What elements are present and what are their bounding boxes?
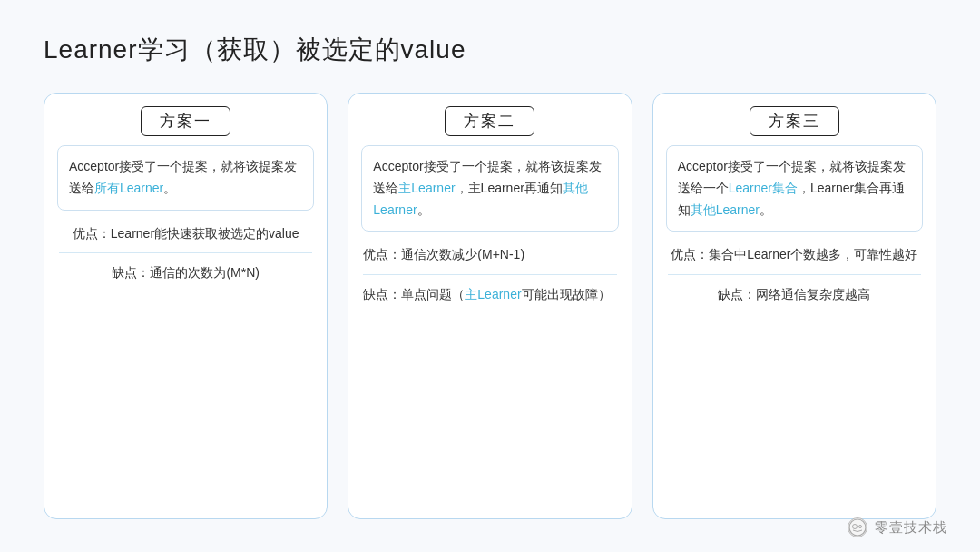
card-1: 方案一 Acceptor接受了一个提案，就将该提案发送给所有Learner。 优…: [44, 93, 328, 519]
card-3-desc-highlight1: Learner集合: [729, 181, 798, 195]
footer: 零壹技术栈: [848, 518, 947, 537]
card-1-header: 方案一: [44, 94, 327, 145]
card-3-header-label: 方案三: [750, 106, 839, 136]
cards-row: 方案一 Acceptor接受了一个提案，就将该提案发送给所有Learner。 优…: [44, 93, 936, 519]
card-3-desc-highlight2: 其他Learner: [691, 202, 760, 217]
card-2-pros: 优点：通信次数减少(M+N-1): [363, 242, 616, 267]
card-3-description: Acceptor接受了一个提案，就将该提案发送给一个Learner集合，Lear…: [666, 145, 923, 232]
card-1-cons: 缺点：通信的次数为(M*N): [59, 261, 312, 285]
footer-logo: [848, 518, 867, 537]
card-1-header-label: 方案一: [141, 106, 230, 136]
footer-logo-svg: [848, 518, 867, 537]
card-3-divider: [668, 274, 921, 275]
page-title: Learner学习（获取）被选定的value: [44, 33, 936, 67]
card-1-pros: 优点：Learner能快速获取被选定的value: [59, 222, 312, 246]
card-1-desc-highlight1: 所有Learner: [94, 181, 163, 195]
card-1-desc-text2: 。: [163, 181, 176, 195]
svg-point-2: [859, 526, 862, 528]
card-2-desc-text3: 。: [417, 202, 430, 217]
svg-point-1: [853, 525, 858, 529]
card-2-description: Acceptor接受了一个提案，就将该提案发送给主Learner，主Learne…: [361, 145, 618, 232]
page-container: Learner学习（获取）被选定的value 方案一 Acceptor接受了一个…: [0, 0, 980, 552]
card-2-desc-highlight1: 主Learner: [398, 181, 455, 195]
card-3-cons: 缺点：网络通信复杂度越高: [668, 282, 921, 307]
card-3-pros-cons: 优点：集合中Learner个数越多，可靠性越好 缺点：网络通信复杂度越高: [666, 242, 923, 306]
svg-point-0: [849, 519, 866, 536]
card-1-description: Acceptor接受了一个提案，就将该提案发送给所有Learner。: [57, 145, 314, 211]
card-1-body: Acceptor接受了一个提案，就将该提案发送给所有Learner。 优点：Le…: [44, 145, 327, 518]
card-3: 方案三 Acceptor接受了一个提案，就将该提案发送给一个Learner集合，…: [652, 93, 936, 519]
footer-text: 零壹技术栈: [875, 519, 947, 537]
card-2: 方案二 Acceptor接受了一个提案，就将该提案发送给主Learner，主Le…: [348, 93, 632, 519]
card-1-pros-cons: 优点：Learner能快速获取被选定的value 缺点：通信的次数为(M*N): [57, 222, 314, 285]
card-3-desc-text3: 。: [760, 202, 772, 217]
card-2-cons: 缺点：单点问题（主Learner可能出现故障）: [363, 282, 616, 307]
card-2-body: Acceptor接受了一个提案，就将该提案发送给主Learner，主Learne…: [348, 145, 631, 518]
card-2-header: 方案二: [348, 94, 631, 145]
card-2-header-label: 方案二: [445, 106, 534, 136]
card-2-pros-cons: 优点：通信次数减少(M+N-1) 缺点：单点问题（主Learner可能出现故障）: [361, 242, 618, 306]
card-3-pros: 优点：集合中Learner个数越多，可靠性越好: [668, 242, 921, 267]
card-3-header: 方案三: [653, 94, 936, 145]
card-2-divider: [363, 274, 616, 275]
card-1-divider: [59, 252, 312, 253]
card-2-desc-text2: ，主Learner再通知: [456, 181, 563, 195]
card-3-body: Acceptor接受了一个提案，就将该提案发送给一个Learner集合，Lear…: [653, 145, 936, 518]
